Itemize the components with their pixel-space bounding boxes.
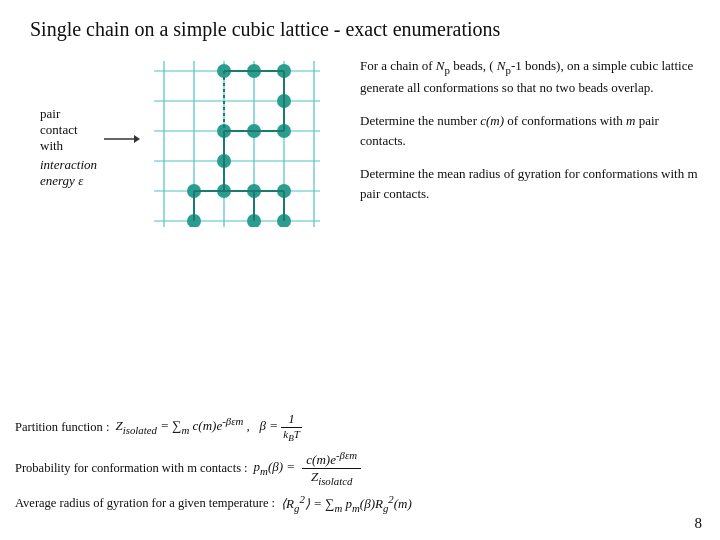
right-panel: For a chain of Np beads, ( Np-1 bonds), …: [360, 51, 700, 231]
partition-function-row: Partition function : Zisolated = ∑m c(m)…: [15, 411, 705, 443]
average-label: Average radius of gyration for a given t…: [15, 496, 275, 511]
svg-marker-1: [134, 135, 140, 143]
probability-label: Probability for conformation with m cont…: [15, 461, 248, 476]
lattice-grid: [144, 51, 320, 227]
pair-contact-label: pair contact with: [40, 106, 100, 154]
description-block-3: Determine the mean radius of gyration fo…: [360, 164, 700, 203]
page-number: 8: [695, 515, 703, 532]
interaction-energy-label: interaction energy ε: [40, 157, 100, 189]
probability-row: Probability for conformation with m cont…: [15, 449, 705, 487]
left-panel: pair contact with interaction energy ε: [20, 51, 340, 231]
page-title: Single chain on a simple cubic lattice -…: [0, 0, 720, 51]
partition-formula: Zisolated = ∑m c(m)e-βεm , β = 1kBT: [115, 411, 301, 443]
average-radius-row: Average radius of gyration for a given t…: [15, 493, 705, 514]
arrow-icon: [104, 131, 140, 147]
partition-label: Partition function :: [15, 420, 109, 435]
probability-formula: pm(β) = c(m)e-βεm Zisolatcd: [254, 449, 361, 487]
description-block-1: For a chain of Np beads, ( Np-1 bonds), …: [360, 56, 700, 97]
average-formula: ⟨Rg2⟩ = ∑m pm(β)Rg2(m): [281, 493, 412, 514]
formulas-section: Partition function : Zisolated = ∑m c(m)…: [15, 411, 705, 520]
description-block-2: Determine the number c(m) of conformatio…: [360, 111, 700, 150]
main-content: pair contact with interaction energy ε: [0, 51, 720, 231]
